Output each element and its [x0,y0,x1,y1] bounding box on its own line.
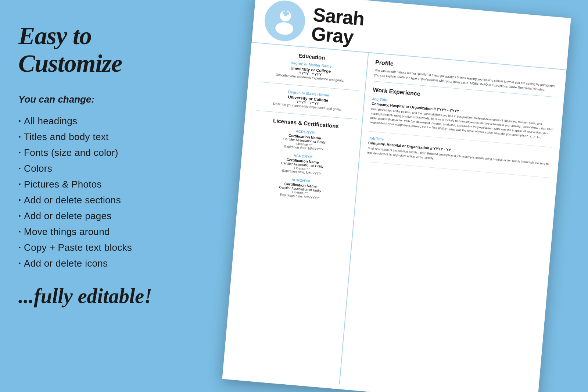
svg-rect-3 [282,11,288,15]
cert-entry-3: ACRONYM Certification Name Certifier Ass… [250,174,351,203]
edu-entry-1: Degree or Master Name University or Coll… [259,58,361,90]
left-panel: Easy to Customize You can change: All he… [0,0,206,392]
footer-text: ...fully editable! [18,284,187,309]
feature-item-6: Add or delete sections [18,195,187,206]
feature-item-10: Add or delete icons [18,258,187,269]
main-title: Easy to Customize [18,22,187,77]
cert-entry-1: ACRONYM Certification Name Certifier Ass… [254,126,355,154]
svg-point-1 [275,21,294,35]
name-block: Sarah Gray [311,3,365,47]
feature-item-2: Titles and body text [18,131,187,143]
resume-col-right: Profile You can include "about me" or "p… [340,53,566,392]
resume-document: Sarah Gray Education Degree or Master Na… [222,0,571,392]
feature-item-3: Fonts (size and color) [18,147,187,158]
avatar [263,0,307,43]
feature-item-8: Move things around [18,226,187,238]
subtitle: You can change: [18,94,187,105]
feature-item-9: Copy + Paste text blocks [18,242,187,253]
feature-item-7: Add or delete pages [18,210,187,222]
feature-item-1: All headings [18,115,187,127]
feature-item-4: Colors [18,163,187,174]
resume-container: Sarah Gray Education Degree or Master Na… [178,0,588,392]
cert-entry-2: ACRONYM Certification Name Certifier Ass… [251,150,353,179]
feature-item-5: Pictures & Photos [18,179,187,190]
edu-entry-2: Degree or Master Name University or Coll… [257,87,359,120]
feature-list: All headings Titles and body text Fonts … [18,115,187,269]
work-section: Work Experience Job Title Company, Hospi… [367,86,556,178]
resume-body: Education Degree or Master Name Universi… [223,43,567,392]
licenses-section: Licenses & Certifications ACRONYM Certif… [250,116,356,203]
resume-name: Sarah Gray [311,5,365,47]
